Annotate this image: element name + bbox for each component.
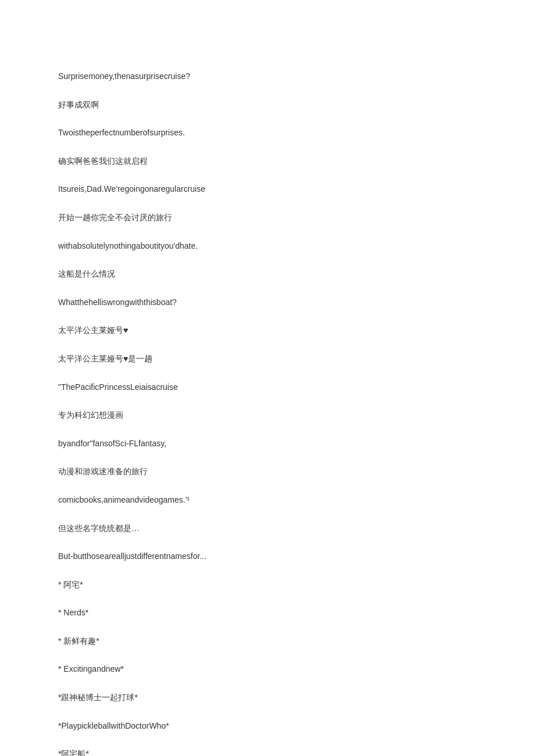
content-line-24: *PlaypickleballwithDoctorWho* [58, 719, 477, 733]
content-line-5: Itsureis,Dad.We'regoingonaregularcruise [58, 182, 477, 196]
main-content: Surprisemoney,thenasurprisecruise?好事成双啊T… [58, 70, 477, 756]
content-line-19: * 阿宅* [58, 578, 477, 592]
content-line-3: Twoistheperfectnumberofsurprises. [58, 126, 477, 140]
content-line-15: 动漫和游戏迷准备的旅行 [58, 465, 477, 479]
content-line-10: 太平洋公主莱娅号♥ [58, 324, 477, 338]
content-line-16: comicbooks,animeandvideogames.'¹ [58, 493, 477, 507]
content-line-1: Surprisemoney,thenasurprisecruise? [58, 70, 477, 84]
content-line-20: * Nerds* [58, 606, 477, 620]
content-line-23: *跟神秘博士一起打球* [58, 691, 477, 705]
content-line-21: * 新鲜有趣* [58, 635, 477, 648]
content-line-13: 专为科幻幻想漫画 [58, 409, 477, 422]
content-line-11: 太平洋公主莱娅号♥是一趟 [58, 352, 477, 366]
content-line-8: 这船是什么情况 [58, 267, 477, 281]
content-line-25: *阿宅船* [58, 747, 477, 756]
content-line-4: 确实啊爸爸我们这就启程 [58, 155, 477, 169]
content-line-14: byandfor"fansofSci-FLfantasy, [58, 437, 477, 451]
content-line-18: But-butthosearealljustdifferentnamesfor.… [58, 550, 477, 564]
content-line-6: 开始一趟你完全不会讨厌的旅行 [58, 211, 477, 225]
content-line-9: Whatthehelliswrongwiththisboat? [58, 296, 477, 310]
content-line-7: withabsolutelynothingaboutityou'dhate. [58, 239, 477, 253]
content-line-2: 好事成双啊 [58, 98, 477, 112]
content-line-22: * Excitingandnew* [58, 662, 477, 676]
content-line-17: 但这些名字统统都是… [58, 522, 477, 536]
content-line-12: "ThePacificPrincessLeiaisacruise [58, 381, 477, 395]
